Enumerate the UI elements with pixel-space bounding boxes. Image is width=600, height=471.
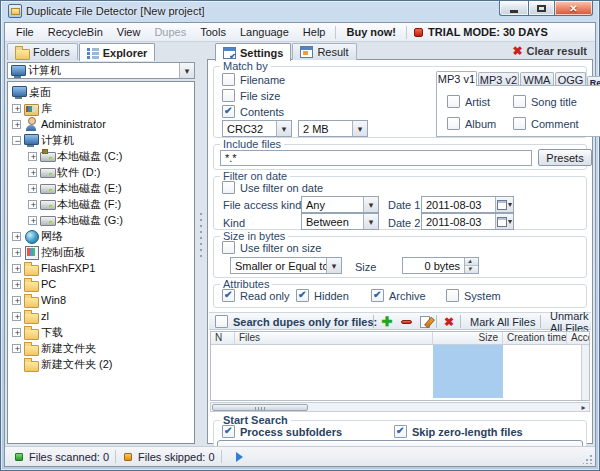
column-size[interactable]: Size: [433, 332, 503, 344]
tree-item-desktop[interactable]: 桌面: [8, 84, 194, 100]
chevron-down-icon[interactable]: [179, 63, 194, 78]
tab-mp3v2[interactable]: MP3 v2: [478, 72, 519, 86]
chevron-down-icon[interactable]: [352, 121, 367, 136]
buy-now-button[interactable]: Buy now!: [339, 23, 403, 42]
edit-file-button[interactable]: [417, 314, 433, 329]
maximize-button[interactable]: [528, 1, 555, 16]
close-button[interactable]: ✕: [555, 1, 593, 16]
panel-splitter[interactable]: [195, 43, 207, 444]
song-title-checkbox[interactable]: Song title: [513, 95, 577, 108]
artist-checkbox[interactable]: Artist: [447, 95, 490, 108]
tab-mp3v1[interactable]: MP3 v1: [436, 71, 477, 86]
tree-item-drive-e[interactable]: 本地磁盘 (E:): [8, 180, 194, 196]
system-checkbox[interactable]: System: [446, 289, 501, 302]
tree-item-drive-c[interactable]: 本地磁盘 (C:): [8, 148, 194, 164]
expand-icon[interactable]: [28, 200, 37, 209]
remove-file-button[interactable]: [398, 314, 414, 329]
expand-icon[interactable]: [12, 232, 21, 241]
size-spinner[interactable]: 0 bytes: [402, 257, 479, 274]
expand-icon[interactable]: [12, 248, 21, 257]
tree-item-zl[interactable]: zl: [8, 308, 194, 324]
expand-icon[interactable]: [12, 312, 21, 321]
table-vertical-scrollbar[interactable]: [581, 345, 589, 400]
date1-field[interactable]: 2011-08-03: [421, 196, 514, 213]
spinner-buttons[interactable]: [464, 258, 478, 273]
tab-ogg[interactable]: OGG: [555, 72, 586, 86]
menu-help[interactable]: Help: [296, 23, 333, 42]
scroll-right-arrow[interactable]: [579, 404, 588, 411]
table-horizontal-scrollbar[interactable]: [210, 402, 590, 412]
album-checkbox[interactable]: Album: [447, 117, 496, 130]
column-creation-time[interactable]: Creation time: [503, 332, 567, 344]
size-comparison-combobox[interactable]: Smaller or Equal to: [230, 257, 342, 274]
expand-icon[interactable]: [28, 152, 37, 161]
use-date-filter-checkbox[interactable]: Use filter on date: [222, 181, 323, 194]
tree-item-flashfxp1[interactable]: FlashFXP1: [8, 260, 194, 276]
expand-icon[interactable]: [28, 184, 37, 193]
tree-item-network[interactable]: 网络: [8, 228, 194, 244]
kind-combobox[interactable]: Between: [301, 213, 379, 230]
include-pattern-input[interactable]: *.*: [220, 150, 532, 166]
column-files[interactable]: Files: [235, 332, 433, 344]
clear-files-button[interactable]: ✖: [441, 314, 457, 329]
expand-icon[interactable]: [28, 168, 37, 177]
mark-all-files-button[interactable]: Mark All Files: [464, 314, 541, 329]
menu-language[interactable]: Language: [233, 23, 296, 42]
hidden-checkbox[interactable]: Hidden: [296, 289, 349, 302]
add-file-button[interactable]: ✚: [379, 314, 395, 329]
tab-settings[interactable]: Settings: [215, 43, 291, 61]
filename-checkbox[interactable]: Filename: [222, 73, 285, 86]
expand-icon[interactable]: [12, 264, 21, 273]
calendar-icon[interactable]: [495, 214, 513, 229]
collapse-icon[interactable]: [12, 136, 21, 145]
start-scan-icon[interactable]: [236, 452, 243, 462]
chevron-down-icon[interactable]: [276, 121, 291, 136]
tree-item-drive-d[interactable]: 软件 (D:): [8, 164, 194, 180]
chevron-down-icon[interactable]: [363, 214, 378, 229]
scrollbar-thumb[interactable]: [212, 404, 308, 411]
expand-icon[interactable]: [28, 216, 37, 225]
clear-result-button[interactable]: ✖ Clear result: [512, 45, 587, 57]
tree-item-administrator[interactable]: Administrator: [8, 116, 194, 132]
expand-icon[interactable]: [12, 104, 21, 113]
unmark-all-files-button[interactable]: Unmark All Files: [544, 314, 595, 329]
column-n[interactable]: N: [211, 332, 235, 344]
contents-checkbox[interactable]: Contents: [222, 105, 284, 118]
tree-item-new-folder[interactable]: 新建文件夹: [8, 340, 194, 356]
expand-icon[interactable]: [12, 344, 21, 353]
block-size-combobox[interactable]: 2 MB: [298, 120, 368, 137]
skip-zero-length-checkbox[interactable]: Skip zero-length files: [394, 425, 523, 438]
chevron-down-icon[interactable]: [363, 197, 378, 212]
tab-folders[interactable]: Folders: [7, 43, 78, 60]
tree-item-downloads[interactable]: 下载: [8, 324, 194, 340]
chevron-down-icon[interactable]: [326, 258, 341, 273]
read-only-checkbox[interactable]: Read only: [222, 289, 290, 302]
file-size-checkbox[interactable]: File size: [222, 89, 280, 102]
column-access[interactable]: Acces: [567, 332, 589, 344]
root-folder-combobox[interactable]: 计算机: [7, 62, 195, 79]
tree-item-control-panel[interactable]: 控制面板: [8, 244, 194, 260]
menu-recyclebin[interactable]: RecycleBin: [41, 23, 110, 42]
minimize-button[interactable]: [499, 1, 528, 16]
calendar-icon[interactable]: [495, 197, 513, 212]
tree-item-computer[interactable]: 计算机: [8, 132, 194, 148]
search-dupes-only-checkbox[interactable]: Search dupes only for files:: [215, 315, 377, 328]
tree-item-libraries[interactable]: 库: [8, 100, 194, 116]
access-kind-combobox[interactable]: Any: [301, 196, 379, 213]
tree-item-pc[interactable]: PC: [8, 276, 194, 292]
expand-icon[interactable]: [12, 296, 21, 305]
expand-icon[interactable]: [12, 328, 21, 337]
hash-method-combobox[interactable]: CRC32: [222, 120, 292, 137]
comment-checkbox[interactable]: Comment: [513, 117, 579, 130]
tab-result[interactable]: Result: [292, 43, 356, 60]
presets-button[interactable]: Presets: [538, 149, 592, 166]
archive-checkbox[interactable]: Archive: [371, 289, 426, 302]
menu-tools[interactable]: Tools: [193, 23, 233, 42]
tree-item-drive-f[interactable]: 本地磁盘 (F:): [8, 196, 194, 212]
menu-file[interactable]: File: [9, 23, 41, 42]
expand-icon[interactable]: [12, 280, 21, 289]
date2-field[interactable]: 2011-08-03: [421, 213, 514, 230]
tab-wma[interactable]: WMA: [520, 72, 554, 86]
resize-grip[interactable]: [583, 454, 593, 464]
tree-item-win8[interactable]: Win8: [8, 292, 194, 308]
